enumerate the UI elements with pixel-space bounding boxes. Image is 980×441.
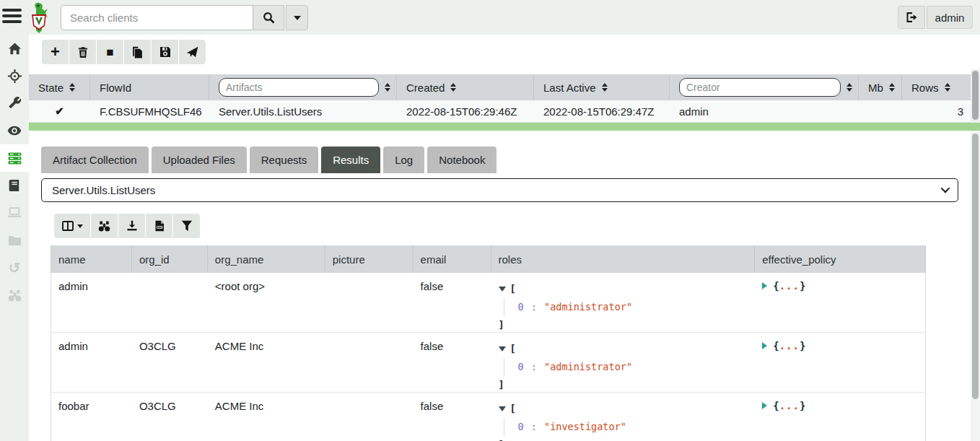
column-header-roles: roles bbox=[491, 245, 756, 273]
sidebar-item-search bbox=[0, 281, 29, 309]
sidebar-item-notebooks[interactable] bbox=[0, 172, 29, 199]
sort-icon[interactable] bbox=[945, 83, 950, 92]
top-bar: admin bbox=[0, 0, 980, 35]
stop-collection-button[interactable]: ■ bbox=[97, 40, 123, 64]
sidebar-item-home[interactable] bbox=[0, 35, 29, 62]
search-rows-button[interactable] bbox=[91, 214, 118, 238]
column-header-rows: Rows bbox=[902, 74, 971, 100]
search-input[interactable] bbox=[61, 5, 253, 30]
sidebar-item-hunts[interactable] bbox=[0, 62, 29, 89]
filter-button[interactable] bbox=[173, 214, 200, 238]
cell-email: false bbox=[414, 333, 491, 392]
collapse-array-icon[interactable] bbox=[499, 287, 506, 292]
column-header-last-active: Last Active bbox=[534, 74, 670, 100]
creator-filter-input[interactable] bbox=[679, 78, 841, 97]
table-row: admin <root org> false [ 0 : "administra… bbox=[51, 273, 926, 333]
flow-artifacts-cell: Server.Utils.ListUsers bbox=[209, 105, 397, 118]
flow-row[interactable]: ✔ F.CBSUFMHQSLF46 Server.Utils.ListUsers… bbox=[29, 100, 971, 123]
sidebar-item-client-events: ↺ bbox=[0, 254, 29, 281]
history-icon: ↺ bbox=[9, 261, 21, 275]
results-table-header: name org_id org_name picture email roles… bbox=[51, 245, 926, 273]
sidebar-item-server-artifacts[interactable] bbox=[0, 144, 29, 172]
tab-results[interactable]: Results bbox=[321, 147, 380, 173]
cell-roles: [ 0 : "investigator" ] bbox=[491, 393, 756, 441]
column-header-flowid: FlowId bbox=[90, 74, 209, 100]
column-header-mb: Mb bbox=[859, 74, 902, 100]
copy-icon bbox=[131, 46, 144, 58]
tab-uploaded-files[interactable]: Uploaded Files bbox=[152, 147, 247, 173]
collapse-array-icon[interactable] bbox=[499, 406, 506, 411]
eye-icon bbox=[7, 123, 22, 138]
username-label: admin bbox=[935, 12, 965, 24]
hamburger-menu-icon[interactable] bbox=[2, 9, 24, 27]
binoculars-icon bbox=[8, 289, 22, 302]
json-index: 0 bbox=[518, 361, 524, 372]
cell-picture bbox=[325, 393, 414, 441]
tab-requests[interactable]: Requests bbox=[250, 147, 318, 173]
sort-icon[interactable] bbox=[889, 83, 895, 92]
column-header-picture: picture bbox=[325, 245, 414, 273]
copy-collection-button[interactable] bbox=[124, 40, 151, 64]
search-button[interactable] bbox=[253, 5, 284, 30]
cell-name: admin bbox=[51, 273, 132, 332]
flow-rows-cell: 3 bbox=[902, 105, 971, 118]
save-icon bbox=[159, 46, 171, 58]
collapse-array-icon[interactable] bbox=[499, 346, 506, 352]
flow-toolbar: + ■ bbox=[42, 40, 206, 64]
sort-icon[interactable] bbox=[602, 83, 608, 92]
user-menu-button[interactable]: admin bbox=[927, 6, 973, 29]
tab-log[interactable]: Log bbox=[383, 147, 424, 173]
sort-icon[interactable] bbox=[450, 83, 456, 92]
pane-splitter[interactable] bbox=[29, 123, 980, 131]
artifacts-filter-input[interactable] bbox=[219, 78, 379, 97]
download-button[interactable] bbox=[118, 214, 145, 238]
artifact-selector[interactable]: Server.Utils.ListUsers bbox=[41, 178, 958, 202]
user-controls: admin bbox=[898, 6, 973, 29]
cell-effective-policy: {...} bbox=[755, 393, 925, 441]
send-collection-button[interactable] bbox=[179, 40, 206, 64]
filter-funnel-icon bbox=[181, 220, 193, 232]
save-collection-button[interactable] bbox=[152, 40, 178, 64]
flow-created-cell: 2022-08-15T06:29:46Z bbox=[397, 105, 534, 118]
sort-icon[interactable] bbox=[846, 83, 852, 92]
search-options-dropdown[interactable] bbox=[286, 5, 308, 30]
column-header-artifacts bbox=[209, 74, 397, 100]
column-visibility-button[interactable] bbox=[54, 214, 90, 238]
search-icon bbox=[263, 12, 275, 24]
logout-icon bbox=[906, 12, 918, 23]
logout-button[interactable] bbox=[898, 6, 925, 29]
expand-object-icon[interactable] bbox=[762, 282, 767, 289]
server-stack-icon bbox=[8, 152, 22, 165]
table-row: admin O3CLG ACME Inc false [ 0 : "admini… bbox=[51, 333, 926, 393]
sort-icon[interactable] bbox=[385, 83, 390, 92]
new-collection-button[interactable]: + bbox=[42, 40, 69, 64]
sort-icon[interactable] bbox=[69, 83, 75, 92]
sidebar-item-view-artifacts[interactable] bbox=[0, 89, 29, 117]
tab-notebook[interactable]: Notebook bbox=[427, 147, 496, 173]
delete-collection-button[interactable] bbox=[69, 40, 96, 64]
cell-org-name: <root org> bbox=[208, 273, 325, 332]
json-string-value: "administrator" bbox=[544, 301, 632, 313]
export-csv-button[interactable] bbox=[146, 214, 172, 238]
json-index: 0 bbox=[518, 301, 524, 313]
results-table-body: admin <root org> false [ 0 : "administra… bbox=[51, 273, 926, 441]
cell-email: false bbox=[414, 273, 491, 332]
flow-creator-cell: admin bbox=[670, 105, 859, 118]
cell-picture bbox=[325, 333, 414, 392]
cell-org-id bbox=[132, 273, 208, 332]
expand-object-icon[interactable] bbox=[762, 342, 767, 349]
columns-icon bbox=[62, 221, 74, 231]
velociraptor-app: admin bbox=[0, 0, 980, 441]
artifact-selector-value: Server.Utils.ListUsers bbox=[52, 184, 155, 196]
scrollbar-thumb[interactable] bbox=[972, 134, 979, 399]
tab-artifact-collection[interactable]: Artifact Collection bbox=[41, 147, 149, 173]
chevron-down-icon bbox=[941, 184, 950, 193]
chevron-down-icon bbox=[77, 224, 83, 228]
cell-roles: [ 0 : "administrator" ] bbox=[491, 333, 756, 392]
sidebar-item-vfs bbox=[0, 227, 29, 254]
scrollbar-thumb[interactable] bbox=[972, 71, 979, 120]
cell-org-id: O3CLG bbox=[132, 393, 208, 441]
expand-object-icon[interactable] bbox=[762, 402, 767, 409]
sidebar-item-server-events[interactable] bbox=[0, 117, 29, 144]
notebook-icon bbox=[8, 179, 21, 192]
